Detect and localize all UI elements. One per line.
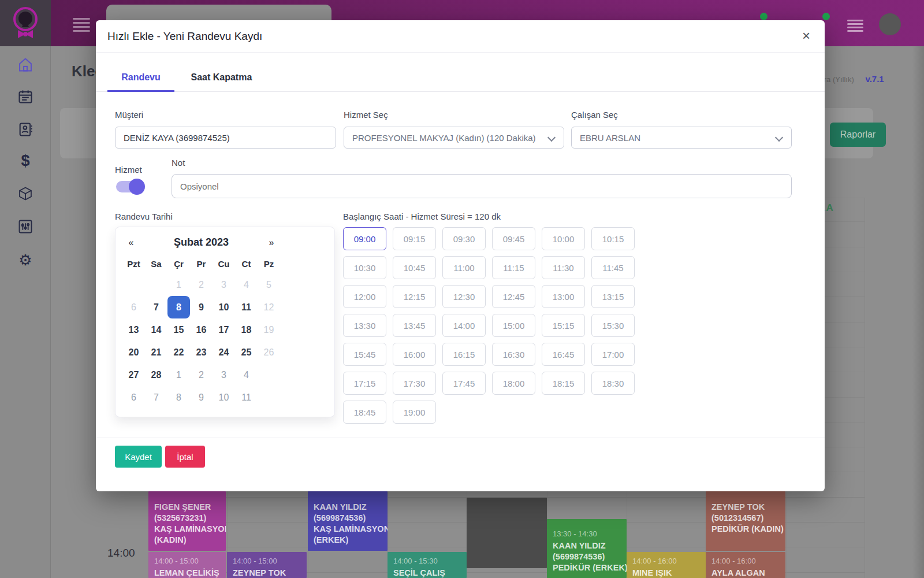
time-slot[interactable]: 12:45 [492, 285, 535, 308]
tab-saat-kapatma[interactable]: Saat Kapatma [185, 64, 258, 92]
time-slot[interactable]: 11:30 [542, 256, 585, 279]
avatar[interactable] [879, 13, 901, 35]
calendar-day[interactable]: 9 [190, 296, 213, 318]
time-slot-selected[interactable]: 09:00 [343, 227, 386, 250]
save-button[interactable]: Kaydet [115, 446, 162, 468]
calendar-day[interactable]: 13 [122, 318, 145, 341]
version-link[interactable]: v.7.1 [865, 74, 884, 84]
time-slot[interactable]: 10:00 [542, 227, 585, 250]
sidebar-item-home[interactable] [16, 55, 35, 74]
sidebar-item-calendar[interactable] [16, 87, 35, 106]
raporlar-button[interactable]: Raporlar [830, 123, 886, 147]
calendar-day[interactable]: 20 [122, 341, 145, 364]
appointment-block[interactable]: 14:00 - 15:00ZEYNEP TOK [227, 552, 307, 578]
calendar-day[interactable]: 15 [167, 318, 190, 341]
calendar-day[interactable]: 28 [145, 364, 167, 386]
calendar-day[interactable]: 24 [213, 341, 235, 364]
appointment-block[interactable]: 14:00 - 16:00MINE IŞIK [627, 552, 706, 578]
calendar-day[interactable]: 17 [213, 318, 235, 341]
time-slot[interactable]: 09:15 [393, 227, 436, 250]
calendar-day[interactable]: 18 [235, 318, 258, 341]
time-slot[interactable]: 09:30 [442, 227, 486, 250]
hizmet-toggle[interactable] [116, 181, 143, 192]
time-slot[interactable]: 16:15 [442, 343, 486, 366]
time-slot[interactable]: 16:30 [492, 343, 535, 366]
time-slot[interactable]: 18:45 [343, 401, 386, 424]
time-slot[interactable]: 10:30 [343, 256, 386, 279]
time-slot[interactable]: 10:45 [393, 256, 436, 279]
calendar-prev-button[interactable]: « [122, 238, 140, 248]
time-slot[interactable]: 13:15 [591, 285, 635, 308]
appointment-block[interactable] [467, 498, 547, 568]
time-slot[interactable]: 18:30 [591, 372, 635, 395]
calisan-sec-select[interactable]: EBRU ARSLAN [571, 127, 792, 149]
calendar-day[interactable]: 9 [190, 386, 213, 409]
calendar-day[interactable]: 16 [190, 318, 213, 341]
time-slot[interactable]: 09:45 [492, 227, 535, 250]
time-slot[interactable]: 12:30 [442, 285, 486, 308]
appointment-block[interactable]: 14:00 - 15:00LEMAN ÇELİKİŞ [148, 552, 226, 578]
appointment-block[interactable]: FIGEN ŞENER(5325673231)KAŞ LAMİNASYONU(K… [148, 491, 226, 551]
calendar-day[interactable]: 10 [213, 296, 235, 318]
hizmet-sec-select[interactable]: PROFESYONEL MAKYAJ (Kadın) (120 Dakika) [344, 127, 564, 149]
musteri-input[interactable] [115, 127, 336, 149]
cancel-button[interactable]: İptal [165, 446, 205, 468]
list-menu-icon[interactable] [847, 18, 863, 34]
calendar-day[interactable]: 2 [190, 364, 213, 386]
calendar-day[interactable]: 23 [190, 341, 213, 364]
appointment-block[interactable]: ZEYNEP TOK(5012314567)PEDİKÜR (KADIN) [706, 491, 785, 551]
time-slot[interactable]: 11:15 [492, 256, 535, 279]
calendar-day[interactable]: 4 [235, 364, 258, 386]
appointment-block[interactable]: 14:00 - 16:00AYLA ALGAN [706, 552, 785, 578]
time-slot[interactable]: 17:15 [343, 372, 386, 395]
calendar-next-button[interactable]: » [263, 238, 280, 248]
time-slot[interactable]: 12:00 [343, 285, 386, 308]
sidebar-item-settings[interactable]: ⚙ [16, 251, 35, 269]
calendar-day[interactable]: 11 [235, 296, 258, 318]
calendar-day[interactable]: 7 [145, 386, 167, 409]
time-slot[interactable]: 15:30 [591, 314, 635, 337]
time-slot[interactable]: 19:00 [393, 401, 436, 424]
appointment-block[interactable]: 14:00 - 15:30SEÇİL ÇALIŞ [388, 552, 467, 578]
calendar-day[interactable]: 1 [167, 364, 190, 386]
time-slot[interactable]: 17:30 [393, 372, 436, 395]
time-slot[interactable]: 15:00 [492, 314, 535, 337]
time-slot[interactable]: 13:00 [542, 285, 585, 308]
time-slot[interactable]: 13:30 [343, 314, 386, 337]
time-slot[interactable]: 15:45 [343, 343, 386, 366]
time-slot[interactable]: 15:15 [542, 314, 585, 337]
appointment-block[interactable]: KAAN YILDIZ(5699874536)KAŞ LAMİNASYONU(E… [308, 491, 388, 551]
calendar-day[interactable]: 21 [145, 341, 167, 364]
calendar-day[interactable]: 3 [213, 364, 235, 386]
sidebar-item-customers[interactable] [16, 120, 35, 139]
time-slot[interactable]: 18:00 [492, 372, 535, 395]
calendar-day-selected[interactable]: 8 [167, 296, 190, 318]
appointment-block[interactable]: 13:30 - 14:30KAAN YILDIZ(5699874536)PEDİ… [547, 519, 627, 578]
tab-randevu[interactable]: Randevu [107, 64, 174, 92]
calendar-day[interactable]: 14 [145, 318, 167, 341]
time-slot[interactable]: 12:15 [393, 285, 436, 308]
time-slot[interactable]: 13:45 [393, 314, 436, 337]
app-logo[interactable] [0, 0, 51, 46]
time-slot[interactable]: 16:45 [542, 343, 585, 366]
time-slot[interactable]: 10:15 [591, 227, 635, 250]
time-slot[interactable]: 14:00 [442, 314, 486, 337]
not-input[interactable] [172, 174, 792, 198]
calendar-day[interactable]: 27 [122, 364, 145, 386]
time-slot[interactable]: 18:15 [542, 372, 585, 395]
calendar-day[interactable]: 10 [213, 386, 235, 409]
close-icon[interactable]: × [798, 28, 814, 45]
calendar-day[interactable]: 8 [167, 386, 190, 409]
sidebar-item-reports[interactable] [16, 217, 35, 236]
time-slot[interactable]: 17:00 [591, 343, 635, 366]
calendar-day[interactable]: 11 [235, 386, 258, 409]
time-slot[interactable]: 11:00 [442, 256, 486, 279]
time-slot[interactable]: 16:00 [393, 343, 436, 366]
calendar-day[interactable]: 6 [122, 386, 145, 409]
time-slot[interactable]: 17:45 [442, 372, 486, 395]
menu-hamburger-icon[interactable] [73, 16, 90, 34]
sidebar-item-payments[interactable]: $ [16, 151, 35, 170]
calendar-day[interactable]: 25 [235, 341, 258, 364]
calendar-day[interactable]: 7 [145, 296, 167, 318]
sidebar-item-products[interactable] [16, 184, 35, 203]
